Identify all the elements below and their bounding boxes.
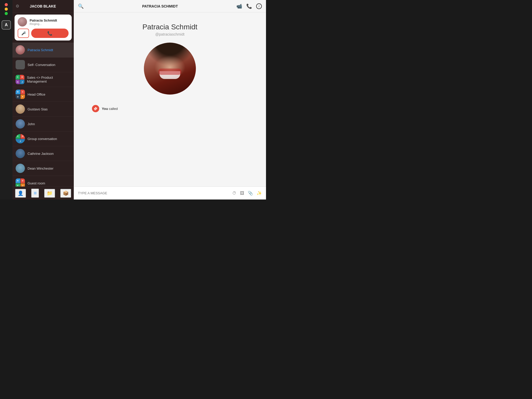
conv-avatar-dean (16, 164, 25, 173)
info-icon[interactable]: i (256, 3, 262, 9)
conv-item-guest[interactable]: B D F J Guest room (12, 176, 74, 187)
conv-item-group[interactable]: C D J Group conversation (12, 131, 74, 146)
nav-archive-button[interactable]: 📦 (60, 189, 71, 198)
call-status: Ringing... (30, 22, 57, 25)
conv-item-self[interactable]: Self- Conversation (12, 57, 74, 72)
chat-header: 🔍 PATRACIA SCHMIDT 📹 📞 i (74, 0, 266, 12)
conv-item-cathrine[interactable]: Cathrine Jackson (12, 146, 74, 161)
caller-name: Patracia Schmidt (30, 18, 57, 22)
conv-name-headoffice: Head Office (28, 92, 45, 96)
maximize-dot[interactable] (5, 12, 8, 15)
attachment-icon[interactable]: 📎 (248, 191, 253, 196)
conv-item-headoffice[interactable]: B C D F Head Office (12, 87, 74, 102)
conv-item-sales[interactable]: C D G J Sales <> Product Management (12, 72, 74, 87)
call-actions: 🎤̶ 📞 (18, 29, 69, 38)
contact-photo (144, 43, 196, 95)
sidebar-bottom-nav: 👤 ≡ 📁 📦 (12, 187, 74, 200)
close-dot[interactable] (5, 3, 8, 6)
conv-item-dean[interactable]: Dean Winchester (12, 161, 74, 176)
conv-name-self: Self- Conversation (28, 63, 55, 67)
call-info: Patracia Schmidt Ringing... (30, 18, 57, 25)
icon-rail: A (0, 0, 12, 200)
conv-avatar-sales: C D G J (16, 75, 24, 84)
conv-avatar-self (16, 60, 25, 69)
incoming-call-card: Patracia Schmidt Ringing... 🎤̶ 📞 (15, 15, 72, 41)
chat-header-title: PATRACIA SCHMIDT (84, 4, 236, 8)
message-input[interactable] (78, 191, 229, 195)
conv-item-john[interactable]: John (12, 117, 74, 131)
sidebar-title: JACOB BLAKE (30, 4, 56, 8)
conv-avatar-guest: B D F J (16, 178, 25, 187)
conv-avatar-gustavo (16, 104, 25, 114)
call-message-text: You called (102, 107, 118, 111)
message-area: ☎ You called (92, 105, 248, 112)
conv-avatar-john (16, 119, 25, 129)
files-icon: 📁 (47, 191, 52, 196)
conversation-list: Patracia Schmidt Self- Conversation C D … (12, 43, 74, 187)
archive-icon: 📦 (63, 191, 69, 196)
conv-item-patracia[interactable]: Patracia Schmidt (12, 43, 74, 57)
timer-icon[interactable]: ⏱ (232, 191, 236, 196)
nav-chats-button[interactable]: ≡ (31, 189, 39, 198)
conv-name-guest: Guest room (28, 181, 45, 185)
contact-name-display: Patracia Schmidt (142, 23, 197, 31)
conv-name-gustavo: Gustavo Sias (28, 107, 48, 111)
call-card-top: Patracia Schmidt Ringing... (18, 17, 69, 26)
gear-icon[interactable]: ⚙ (16, 4, 19, 9)
chat-input-bar: ⏱ 🖼 📎 ✨ (74, 187, 266, 200)
hangup-icon: 📞 (47, 31, 52, 36)
image-icon[interactable]: 🖼 (240, 191, 244, 196)
contact-username-display: @patraciaschmidt (155, 32, 184, 36)
voice-call-icon[interactable]: 📞 (246, 3, 252, 9)
video-call-icon[interactable]: 📹 (236, 3, 242, 9)
contacts-icon: 👤 (18, 191, 23, 196)
conv-avatar-cathrine (16, 149, 25, 158)
user-avatar[interactable]: A (2, 20, 11, 30)
conv-name-john: John (28, 122, 35, 126)
conv-name-patracia: Patracia Schmidt (28, 48, 53, 52)
sparkle-icon[interactable]: ✨ (257, 191, 262, 196)
nav-contacts-button[interactable]: 👤 (15, 189, 26, 198)
call-avatar (18, 17, 27, 26)
main-chat: 🔍 PATRACIA SCHMIDT 📹 📞 i Patracia Schmid… (74, 0, 266, 200)
search-icon[interactable]: 🔍 (78, 3, 84, 9)
conv-name-group: Group conversation (28, 137, 57, 141)
call-message-row: ☎ You called (92, 105, 248, 112)
minimize-dot[interactable] (5, 8, 8, 11)
mic-off-icon: 🎤̶ (21, 31, 26, 35)
conv-name-dean: Dean Winchester (28, 167, 54, 170)
traffic-lights (5, 3, 8, 15)
conv-avatar-patracia (16, 45, 25, 55)
conv-avatar-group: C D J (16, 134, 25, 143)
conv-item-gustavo[interactable]: Gustavo Sias (12, 102, 74, 117)
nav-files-button[interactable]: 📁 (44, 189, 55, 198)
sidebar: ⚙ JACOB BLAKE Patracia Schmidt Ringing..… (12, 0, 74, 200)
conv-name-cathrine: Cathrine Jackson (28, 152, 54, 156)
conv-name-sales: Sales <> Product Management (27, 76, 71, 83)
input-action-buttons: ⏱ 🖼 📎 ✨ (232, 191, 262, 196)
missed-call-icon: ☎ (90, 103, 101, 114)
chat-body: Patracia Schmidt @patraciaschmidt (74, 12, 266, 187)
chats-icon: ≡ (34, 190, 37, 196)
header-icons: 📹 📞 i (236, 3, 262, 9)
conv-avatar-headoffice: B C D F (16, 90, 25, 99)
sidebar-header: ⚙ JACOB BLAKE (12, 0, 74, 12)
hangup-button[interactable]: 📞 (31, 29, 69, 38)
mute-button[interactable]: 🎤̶ (18, 29, 29, 38)
